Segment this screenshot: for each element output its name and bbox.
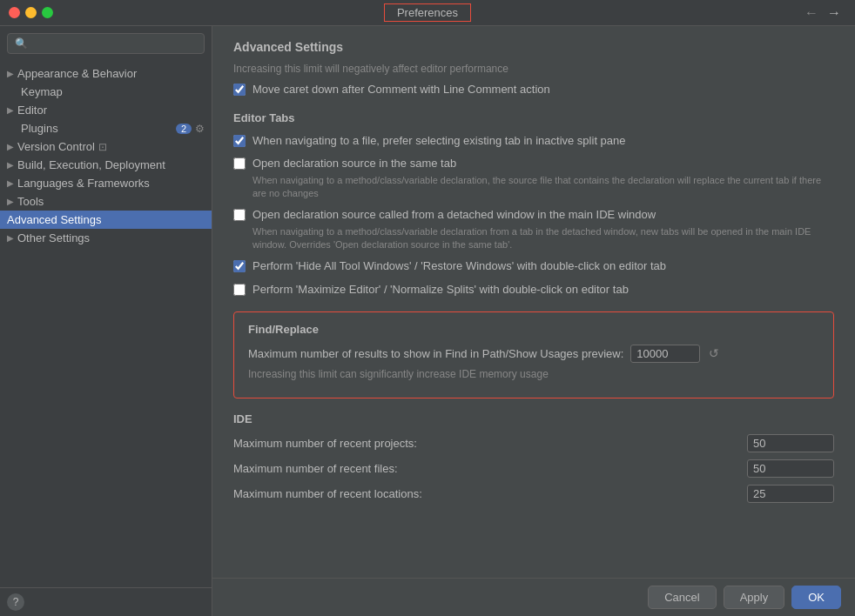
ide-title: IDE [233, 412, 834, 425]
tab-option-3: Perform 'Hide All Tool Windows' / 'Resto… [233, 258, 834, 274]
tab-sub-1: When navigating to a method/class/variab… [252, 174, 834, 201]
plugins-badge: 2 [176, 124, 192, 134]
find-replace-title: Find/Replace [248, 323, 819, 336]
tab-checkbox-0[interactable] [233, 135, 246, 147]
tab-checkbox-1[interactable] [233, 157, 246, 170]
arrow-icon: ▶ [7, 178, 14, 188]
tab-label-4: Perform 'Maximize Editor' / 'Normalize S… [252, 282, 629, 298]
apply-button[interactable]: Apply [724, 586, 785, 609]
ok-button[interactable]: OK [791, 586, 841, 609]
window-title: Preferences [384, 3, 471, 22]
tab-option-2: Open declaration source called from a de… [233, 207, 834, 251]
find-replace-section: Find/Replace Maximum number of results t… [233, 311, 834, 398]
tab-checkbox-3[interactable] [233, 260, 246, 272]
ide-input-1[interactable] [747, 459, 834, 478]
content-area: Advanced Settings Increasing this limit … [212, 26, 855, 616]
maximize-button[interactable] [42, 7, 53, 18]
ide-section: IDE Maximum number of recent projects: M… [233, 412, 834, 503]
settings-icon: ⊡ [98, 141, 107, 153]
arrow-icon: ▶ [7, 105, 14, 115]
section-title: Advanced Settings [233, 40, 834, 54]
tab-label-3: Perform 'Hide All Tool Windows' / 'Resto… [252, 258, 666, 274]
nav-arrows: ← → [803, 5, 843, 21]
cancel-button[interactable]: Cancel [648, 586, 716, 609]
tab-option-4: Perform 'Maximize Editor' / 'Normalize S… [233, 282, 834, 298]
sidebar-item-label: Other Settings [17, 231, 90, 244]
search-box[interactable]: 🔍 [7, 33, 205, 54]
search-input[interactable] [33, 37, 197, 50]
sidebar-item-build-execution-deployment[interactable]: ▶ Build, Execution, Deployment [0, 156, 212, 174]
ide-row-label-2: Maximum number of recent locations: [233, 487, 747, 500]
ide-row-1: Maximum number of recent files: [233, 459, 834, 478]
tab-option-0: When navigating to a file, prefer select… [233, 133, 834, 149]
close-button[interactable] [9, 7, 20, 18]
window-controls [9, 7, 53, 18]
sidebar-item-label: Appearance & Behavior [17, 67, 137, 80]
sidebar-item-editor[interactable]: ▶ Editor [0, 101, 212, 119]
editor-tabs-section: Editor Tabs When navigating to a file, p… [233, 111, 834, 298]
find-replace-label: Maximum number of results to show in Fin… [248, 347, 623, 360]
arrow-icon: ▶ [7, 142, 14, 151]
sidebar-item-other-settings[interactable]: ▶ Other Settings [0, 229, 212, 247]
footer: Cancel Apply OK [212, 578, 855, 616]
settings-icon: ⚙ [195, 123, 205, 135]
tab-label-0: When navigating to a file, prefer select… [252, 133, 626, 149]
title-bar: Preferences ← → [0, 0, 855, 26]
sidebar-item-appearance-behavior[interactable]: ▶ Appearance & Behavior [0, 64, 212, 83]
find-replace-row: Maximum number of results to show in Fin… [248, 345, 819, 363]
sidebar-bottom: ? [0, 587, 212, 616]
sidebar-item-label: Editor [17, 104, 47, 117]
ide-row-0: Maximum number of recent projects: [233, 434, 834, 452]
tab-option-1: Open declaration source in the same tab … [233, 156, 834, 200]
sidebar-item-label: Plugins [21, 122, 58, 135]
arrow-icon: ▶ [7, 197, 14, 206]
sidebar-item-label: Tools [17, 195, 44, 208]
sidebar-item-label: Languages & Frameworks [17, 177, 150, 190]
tab-label-2: Open declaration source called from a de… [252, 207, 834, 223]
find-replace-hint: Increasing this limit can significantly … [248, 368, 819, 380]
sidebar-item-advanced-settings[interactable]: Advanced Settings [0, 211, 212, 229]
sidebar-item-keymap[interactable]: Keymap [0, 83, 212, 101]
sidebar-item-label: Version Control [17, 140, 95, 153]
sidebar-item-label: Advanced Settings [7, 213, 101, 226]
arrow-icon: ▶ [7, 233, 14, 243]
help-button[interactable]: ? [7, 593, 24, 611]
sidebar-item-label: Build, Execution, Deployment [17, 158, 165, 171]
ide-row-label-1: Maximum number of recent files: [233, 462, 747, 475]
reset-button[interactable]: ↺ [707, 345, 721, 362]
hint-text: Increasing this limit will negatively af… [233, 63, 834, 75]
back-arrow[interactable]: ← [803, 5, 820, 21]
content-inner: Advanced Settings Increasing this limit … [212, 26, 855, 578]
search-icon: 🔍 [15, 37, 28, 50]
main-layout: 🔍 ▶ Appearance & Behavior Keymap ▶ Edito… [0, 26, 855, 616]
caret-checkbox-row: Move caret down after Comment with Line … [233, 82, 834, 97]
minimize-button[interactable] [25, 7, 37, 18]
tab-label-1: Open declaration source in the same tab [252, 156, 834, 171]
editor-tabs-title: Editor Tabs [233, 111, 834, 124]
tab-checkbox-4[interactable] [233, 284, 246, 296]
sidebar: 🔍 ▶ Appearance & Behavior Keymap ▶ Edito… [0, 26, 212, 616]
forward-arrow[interactable]: → [825, 5, 843, 21]
sidebar-item-languages-frameworks[interactable]: ▶ Languages & Frameworks [0, 174, 212, 192]
tab-checkbox-2[interactable] [233, 209, 246, 221]
sidebar-item-tools[interactable]: ▶ Tools [0, 192, 212, 211]
sidebar-item-version-control[interactable]: ▶ Version Control ⊡ [0, 137, 212, 156]
arrow-icon: ▶ [7, 160, 14, 170]
sidebar-tree: ▶ Appearance & Behavior Keymap ▶ Editor … [0, 61, 212, 587]
ide-input-2[interactable] [747, 485, 834, 503]
sidebar-item-plugins[interactable]: Plugins 2 ⚙ [0, 119, 212, 137]
caret-checkbox[interactable] [233, 84, 246, 96]
ide-row-2: Maximum number of recent locations: [233, 485, 834, 503]
tab-sub-2: When navigating to a method/class/variab… [252, 225, 834, 252]
ide-row-label-0: Maximum number of recent projects: [233, 437, 747, 450]
ide-input-0[interactable] [747, 434, 834, 452]
caret-checkbox-label: Move caret down after Comment with Line … [252, 82, 550, 97]
find-replace-input[interactable] [630, 345, 700, 363]
sidebar-item-label: Keymap [21, 85, 63, 98]
arrow-icon: ▶ [7, 69, 14, 78]
